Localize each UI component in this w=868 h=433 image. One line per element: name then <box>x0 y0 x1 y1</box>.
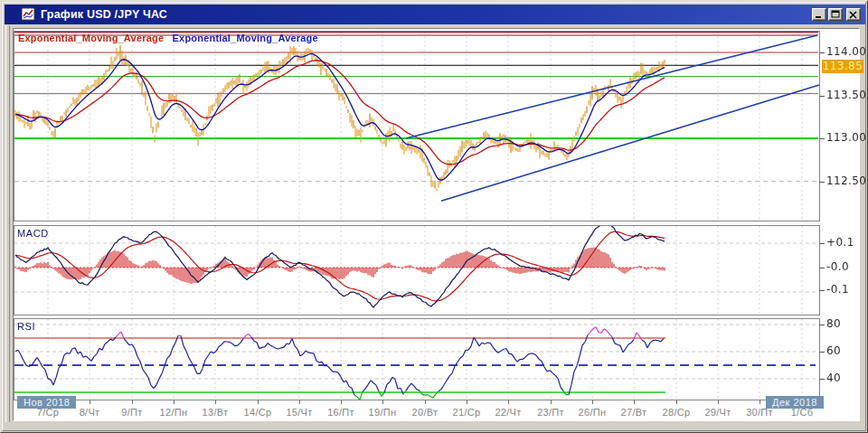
date-tick-mark <box>718 400 719 404</box>
axis-tick-mark <box>819 352 825 353</box>
axis-tick-mark <box>819 52 825 53</box>
axis-label: 40 <box>826 372 864 384</box>
indicator-labels: Exponential_Moving_Average Exponential_M… <box>18 33 318 43</box>
title-bar[interactable]: График USD /JPY ЧАС <box>5 5 865 24</box>
date-label: 22/Чт <box>495 407 521 418</box>
date-label: 12/Пн <box>160 407 188 418</box>
chart-icon <box>22 7 36 22</box>
minimize-button[interactable] <box>812 8 826 21</box>
axis-label: 113.50 <box>826 89 864 101</box>
date-label: 9/Пт <box>121 407 142 418</box>
left-frame-groove <box>4 25 13 422</box>
close-button[interactable] <box>846 8 861 21</box>
date-tick-mark <box>132 400 133 404</box>
date-tick-mark <box>508 400 509 404</box>
macd-chart-canvas[interactable] <box>14 225 820 315</box>
maximize-icon <box>831 10 840 19</box>
ema-label-blue: Exponential_Moving_Average <box>173 33 318 43</box>
axis-label: 113.00 <box>826 131 864 144</box>
axis-tick-mark <box>819 182 825 183</box>
date-label: 14/Ср <box>244 407 272 418</box>
date-tick-mark <box>90 400 90 404</box>
current-price-badge: 113.85 <box>822 60 863 73</box>
date-label: 19/Пн <box>369 407 397 418</box>
date-label: 23/Пт <box>537 407 564 418</box>
axis-tick-mark <box>819 243 825 244</box>
date-tick-mark <box>634 400 635 404</box>
axis-tick-mark <box>819 325 825 325</box>
date-tick-mark <box>382 400 383 404</box>
date-tick-mark <box>215 400 216 404</box>
date-tick-mark <box>592 400 593 404</box>
axis-label: -0.1 <box>826 283 864 296</box>
date-tick-mark <box>760 400 760 404</box>
date-label: 21/Ср <box>453 407 481 418</box>
date-label: 13/Вт <box>203 407 229 418</box>
date-label: 8/Чт <box>80 407 100 418</box>
maximize-button[interactable] <box>828 8 843 21</box>
window-title: График USD /JPY ЧАС <box>41 8 812 21</box>
axis-label: 114.00 <box>826 45 864 58</box>
date-tick-mark <box>551 400 552 404</box>
date-tick-mark <box>676 400 677 404</box>
date-label: 20/Вт <box>412 407 439 418</box>
date-label: 28/Ср <box>663 407 691 418</box>
date-label: 16/Пт <box>327 407 354 418</box>
rsi-label: RSI <box>17 321 35 332</box>
date-tick-mark <box>299 400 300 404</box>
minimize-icon <box>815 10 824 19</box>
date-label: 26/Пн <box>579 407 607 418</box>
date-tick-mark <box>174 400 175 404</box>
date-label: 27/Вт <box>621 407 647 418</box>
month-badge-dec: Дек 2018 <box>766 396 824 409</box>
month-badge-nov: Нов 2018 <box>17 396 76 409</box>
chart-window: График USD /JPY ЧАС Exponential_Moving_A… <box>0 0 868 433</box>
date-tick-mark <box>425 400 426 404</box>
date-tick-mark <box>467 400 467 404</box>
date-tick-mark <box>258 400 259 404</box>
axis-label: 80 <box>826 317 864 330</box>
axis-tick-mark <box>819 268 825 268</box>
axis-label: -0.0 <box>826 260 864 273</box>
price-chart-canvas[interactable] <box>14 31 820 221</box>
axis-label: +0.1 <box>826 236 864 249</box>
axis-label: 60 <box>826 344 864 357</box>
rsi-chart-canvas[interactable] <box>14 318 820 400</box>
date-tick-mark <box>341 400 342 404</box>
macd-label: MACD <box>17 228 49 239</box>
axis-label: 112.50 <box>826 174 864 187</box>
axis-tick-mark <box>819 96 825 97</box>
axis-tick-mark <box>819 138 825 139</box>
close-icon <box>849 11 858 19</box>
date-label: 15/Чт <box>286 407 312 418</box>
date-label: 29/Чт <box>704 407 731 418</box>
axis-tick-mark <box>819 379 825 380</box>
ema-label-red: Exponential_Moving_Average <box>18 33 164 43</box>
axis-tick-mark <box>819 290 825 291</box>
